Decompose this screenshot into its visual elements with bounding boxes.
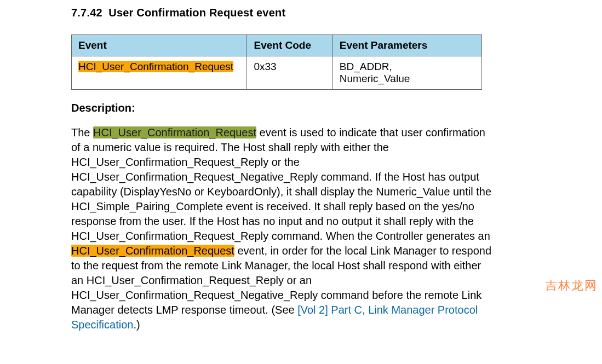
text-segment: The <box>71 126 93 138</box>
document-page: 7.7.42 User Confirmation Request event E… <box>0 7 602 332</box>
highlight-event-name: HCI_User_Confirmation_Request <box>78 61 233 72</box>
td-event: HCI_User_Confirmation_Request <box>72 56 247 90</box>
td-event-parameters: BD_ADDR, Numeric_Value <box>332 56 481 90</box>
param-numeric-value: Numeric_Value <box>340 73 475 85</box>
event-table: Event Event Code Event Parameters HCI_Us… <box>71 34 482 90</box>
th-event-parameters: Event Parameters <box>332 35 481 56</box>
param-bd-addr: BD_ADDR, <box>340 61 475 73</box>
watermark: 吉林龙网 <box>545 278 598 294</box>
table-header-row: Event Event Code Event Parameters <box>72 35 482 56</box>
th-event: Event <box>72 35 247 56</box>
text-segment: .) <box>133 319 140 331</box>
highlight-term-orange: HCI_User_Confirmation_Request <box>71 245 234 257</box>
th-event-code: Event Code <box>247 35 332 56</box>
description-label: Description: <box>71 102 602 114</box>
text-segment: event is used to indicate that user conf… <box>71 126 491 242</box>
td-event-code: 0x33 <box>247 56 332 90</box>
description-body: The HCI_User_Confirmation_Request event … <box>71 125 493 332</box>
table-row: HCI_User_Confirmation_Request 0x33 BD_AD… <box>72 56 482 90</box>
section-number: 7.7.42 <box>71 7 102 19</box>
section-title: User Confirmation Request event <box>108 7 285 19</box>
highlight-term-green: HCI_User_Confirmation_Request <box>93 126 256 138</box>
section-heading: 7.7.42 User Confirmation Request event <box>71 7 602 19</box>
